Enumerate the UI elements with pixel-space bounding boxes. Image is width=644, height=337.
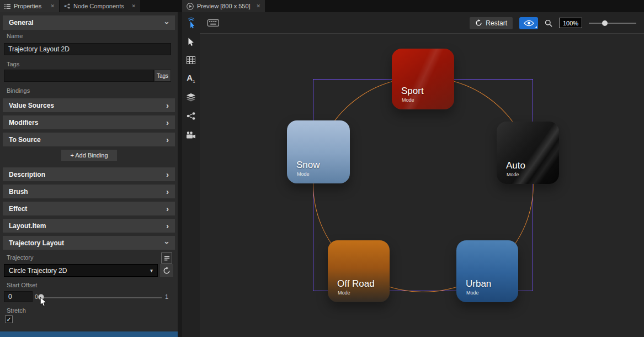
node-graph-icon xyxy=(187,112,195,120)
section-label: General xyxy=(9,19,34,27)
node-components-icon xyxy=(64,3,70,9)
name-label: Name xyxy=(7,33,23,39)
zoom-level-box[interactable]: 100% xyxy=(559,18,582,28)
grid-icon xyxy=(187,56,195,64)
section-header-general[interactable]: General › xyxy=(3,15,175,30)
slider-max-label: 1 xyxy=(165,293,168,300)
eye-icon xyxy=(524,20,534,27)
row-label: Effect xyxy=(9,205,27,213)
tile-subtitle: Mode xyxy=(507,172,519,177)
restart-icon xyxy=(475,19,482,27)
tab-node-components[interactable]: Node Components ✕ xyxy=(60,0,140,12)
text-tool-button[interactable]: A1 xyxy=(184,71,198,86)
tile-subtitle: Mode xyxy=(338,290,350,296)
chevron-right-icon: › xyxy=(166,118,169,127)
row-label: To Source xyxy=(9,136,41,144)
add-binding-button[interactable]: + Add Binding xyxy=(61,150,117,161)
chevron-right-icon: › xyxy=(166,101,169,109)
tile-title: Sport xyxy=(401,86,424,97)
preview-controls: Restart 100% xyxy=(470,16,636,30)
magnifier-icon xyxy=(545,19,552,27)
restart-label: Restart xyxy=(486,19,507,27)
close-icon[interactable]: ✕ xyxy=(256,4,260,9)
chevron-right-icon: › xyxy=(166,222,169,230)
zoom-slider-handle[interactable] xyxy=(602,20,608,26)
virtual-keyboard-button[interactable] xyxy=(206,17,220,28)
tile-sport[interactable]: Sport Mode xyxy=(392,49,454,109)
layers-icon xyxy=(187,93,195,102)
close-icon[interactable]: ✕ xyxy=(50,4,55,9)
name-input[interactable] xyxy=(4,43,171,55)
grid-tool-button[interactable] xyxy=(184,53,198,67)
tags-button[interactable]: Tags xyxy=(154,70,171,82)
chevron-right-icon: › xyxy=(166,204,169,213)
tile-subtitle: Mode xyxy=(466,290,479,296)
properties-panel: General › Name Tags Tags Bindings Value … xyxy=(0,12,178,337)
dropdown-caret-icon: ▾ xyxy=(150,267,153,273)
tab-preview[interactable]: Preview [800 x 550] ✕ xyxy=(182,0,265,12)
select-tool-button[interactable] xyxy=(184,35,198,49)
interaction-tool-button[interactable] xyxy=(184,16,198,30)
tile-snow[interactable]: Snow Mode xyxy=(287,120,350,183)
chevron-down-icon: › xyxy=(163,22,172,24)
section-row-brush[interactable]: Brush › xyxy=(3,185,175,198)
camera-tool-button[interactable] xyxy=(184,128,198,142)
start-offset-input[interactable] xyxy=(4,291,33,302)
row-label: Brush xyxy=(9,188,28,196)
binding-row-to-source[interactable]: To Source › xyxy=(3,133,175,146)
tile-auto[interactable]: Auto Mode xyxy=(497,122,559,184)
preview-canvas[interactable]: Sport Mode Snow Mode Auto Mode Off Road … xyxy=(200,34,644,337)
chevron-right-icon: › xyxy=(166,135,169,144)
zoom-slider-track[interactable] xyxy=(589,23,636,24)
trajectory-dropdown[interactable]: Circle Trajectory 2D ▾ xyxy=(4,264,158,277)
restart-button[interactable]: Restart xyxy=(470,17,513,29)
start-offset-slider-track[interactable] xyxy=(41,297,162,298)
tags-label: Tags xyxy=(7,61,19,67)
tile-title: Auto xyxy=(506,160,525,171)
tile-subtitle: Mode xyxy=(402,97,414,103)
section-header-trajectory-layout[interactable]: Trajectory Layout › xyxy=(3,236,175,250)
reset-trajectory-button[interactable] xyxy=(160,264,173,277)
close-icon[interactable]: ✕ xyxy=(131,4,136,9)
binding-row-modifiers[interactable]: Modifiers › xyxy=(3,115,175,129)
zoom-slider[interactable] xyxy=(589,20,636,27)
trajectory-label: Trajectory xyxy=(7,254,34,261)
touch-click-icon xyxy=(186,17,196,29)
tile-title: Snow xyxy=(296,160,320,171)
properties-list-icon xyxy=(4,4,10,9)
app-window: Properties ✕ Node Components ✕ Preview [… xyxy=(0,0,644,337)
section-row-effect[interactable]: Effect › xyxy=(3,202,175,215)
list-lines-icon xyxy=(164,255,170,261)
stretch-checkbox[interactable]: ✓ xyxy=(5,315,13,323)
camera-icon xyxy=(186,131,196,139)
tab-properties[interactable]: Properties ✕ xyxy=(0,0,59,12)
pointer-arrow-icon xyxy=(188,38,194,46)
tab-bar: Properties ✕ Node Components ✕ Preview [… xyxy=(0,0,644,12)
section-row-description[interactable]: Description › xyxy=(3,167,175,181)
tab-preview-label: Preview [800 x 550] xyxy=(197,3,251,9)
tile-title: Urban xyxy=(466,278,491,289)
zoom-button[interactable] xyxy=(545,19,552,27)
layers-tool-button[interactable] xyxy=(184,90,198,104)
row-label: Layout.Item xyxy=(9,222,46,230)
tile-title: Off Road xyxy=(337,278,375,289)
trajectory-dropdown-value: Circle Trajectory 2D xyxy=(9,267,67,275)
tile-subtitle: Mode xyxy=(297,171,310,177)
start-offset-label: Start Offset xyxy=(7,282,37,288)
node-graph-tool-button[interactable] xyxy=(184,109,198,123)
tags-input[interactable] xyxy=(4,70,154,82)
preview-toolbar: Restart 100% xyxy=(200,12,644,34)
visibility-button[interactable] xyxy=(519,17,538,29)
preview-tool-column: A1 xyxy=(182,12,200,337)
text-tool-icon: A1 xyxy=(187,73,195,84)
tile-urban[interactable]: Urban Mode xyxy=(456,240,518,302)
trajectory-picker-button[interactable] xyxy=(161,252,172,264)
panel-bottom-scrollbar xyxy=(0,331,178,337)
stretch-label: Stretch xyxy=(7,307,26,314)
section-row-layout-item[interactable]: Layout.Item › xyxy=(3,219,175,233)
row-label: Modifiers xyxy=(9,119,38,127)
tile-off-road[interactable]: Off Road Mode xyxy=(328,240,390,302)
tab-properties-label: Properties xyxy=(14,3,41,9)
keyboard-icon xyxy=(207,19,219,27)
binding-row-value-sources[interactable]: Value Sources › xyxy=(3,98,175,112)
